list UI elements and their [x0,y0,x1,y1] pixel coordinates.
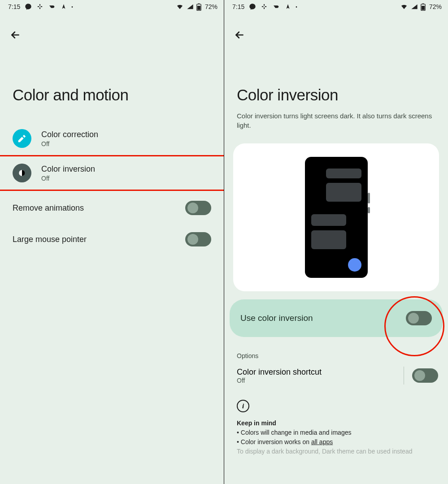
svg-rect-13 [422,3,424,4]
nav-icon [61,3,67,10]
svg-rect-8 [262,6,264,7]
battery-pct: 72% [205,3,217,10]
back-arrow-icon [234,29,245,41]
signal-icon [411,3,418,10]
keep-item-2a: Color inversion works on [241,438,311,445]
back-arrow-icon [9,29,21,41]
svg-rect-10 [264,4,265,6]
shortcut-toggle[interactable] [412,368,438,383]
svg-rect-1 [41,6,43,7]
wifi-icon [400,3,408,10]
row-label: Color inversion [41,164,211,174]
illustration-phone [305,157,368,278]
svg-rect-9 [265,6,267,7]
row-label: Remove animations [13,203,175,213]
page-subtitle: Color inversion turns light screens dark… [224,111,448,139]
info-icon-row: i [224,389,448,415]
battery-pct: 72% [429,3,442,10]
keep-item-2b: all apps [311,438,333,445]
row-use-color-inversion[interactable]: Use color inversion [230,299,443,337]
keep-header: Keep in mind [237,419,276,427]
back-button[interactable] [229,24,250,46]
back-button[interactable] [4,24,26,46]
svg-rect-0 [38,6,39,7]
row-color-correction[interactable]: Color correction Off [0,122,224,155]
battery-icon [421,3,426,11]
svg-rect-11 [264,7,265,9]
svg-rect-2 [39,4,40,6]
page-title: Color and motion [0,46,224,122]
svg-rect-3 [39,7,40,9]
slack-icon [36,3,43,10]
screen-color-and-motion: 7:15 • 72% Color and motion Color correc… [0,0,224,484]
screen-color-inversion: 7:15 • 72% Color inversion Color inversi… [224,0,448,484]
use-color-inversion-toggle[interactable] [406,311,432,325]
more-dot-icon: • [296,4,297,9]
clock: 7:15 [232,3,244,10]
large-mouse-toggle[interactable] [185,232,211,246]
row-remove-animations[interactable]: Remove animations [0,191,224,223]
row-shortcut[interactable]: Color inversion shortcut Off [224,362,448,389]
signal-icon [187,3,194,10]
messenger-icon [25,3,32,10]
row-status: Off [41,140,211,147]
clock: 7:15 [8,3,20,10]
row-label: Use color inversion [240,313,313,323]
svg-rect-14 [422,5,425,9]
highlight-annotation: Color inversion Off [0,155,224,191]
eyedropper-icon [13,129,31,148]
row-large-mouse[interactable]: Large mouse pointer [0,223,224,255]
info-icon: i [237,400,249,412]
nav-icon [285,3,291,10]
row-label: Color correction [41,130,211,139]
svg-rect-5 [198,3,200,4]
doordash-icon [48,3,56,10]
row-label: Large mouse pointer [13,235,175,244]
row-color-inversion[interactable]: Color inversion Off [0,156,224,190]
wifi-icon [176,3,184,10]
doordash-icon [272,3,280,10]
svg-rect-6 [197,5,200,9]
slack-icon [261,3,268,10]
keep-in-mind: Keep in mind • Colors will change in med… [224,415,448,456]
more-dot-icon: • [71,4,73,9]
divider-line [404,367,404,385]
messenger-icon [249,3,256,10]
status-bar: 7:15 • 72% [224,0,448,13]
options-header: Options [224,337,448,362]
battery-icon [196,3,201,11]
preview-illustration [233,143,439,291]
row-status: Off [237,377,396,384]
row-status: Off [41,175,211,182]
keep-item-3: To display a dark background, Dark theme… [237,448,412,455]
row-label: Color inversion shortcut [237,367,396,377]
remove-animations-toggle[interactable] [185,201,211,215]
status-bar: 7:15 • 72% [0,0,224,13]
keep-item-1: Colors will change in media and images [241,429,352,436]
contrast-icon [13,164,31,182]
page-title: Color inversion [224,46,448,116]
